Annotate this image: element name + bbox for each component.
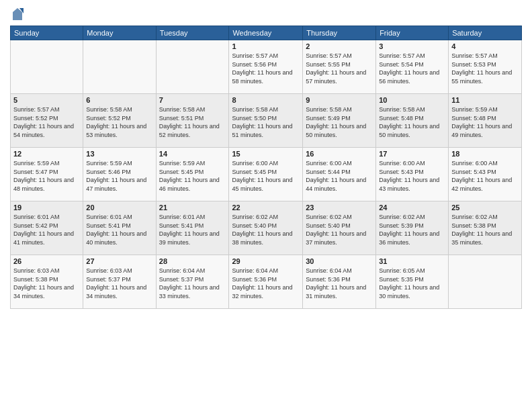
calendar-header-row: SundayMondayTuesdayWednesdayThursdayFrid…	[11, 26, 522, 40]
calendar-cell: 7Sunrise: 5:58 AM Sunset: 5:51 PM Daylig…	[156, 94, 229, 148]
day-number: 11	[451, 96, 519, 104]
calendar-cell: 22Sunrise: 6:02 AM Sunset: 5:40 PM Dayli…	[229, 201, 303, 255]
day-number: 18	[451, 150, 519, 158]
day-info: Sunrise: 5:58 AM Sunset: 5:51 PM Dayligh…	[159, 105, 226, 139]
day-number: 21	[159, 203, 226, 212]
weekday-header: Thursday	[303, 26, 376, 40]
day-number: 27	[86, 257, 152, 265]
day-number: 22	[232, 203, 300, 212]
calendar-cell: 21Sunrise: 6:01 AM Sunset: 5:41 PM Dayli…	[156, 201, 229, 255]
day-info: Sunrise: 5:58 AM Sunset: 5:48 PM Dayligh…	[379, 105, 445, 139]
day-info: Sunrise: 6:00 AM Sunset: 5:43 PM Dayligh…	[451, 159, 519, 193]
day-number: 16	[306, 150, 373, 158]
day-info: Sunrise: 5:57 AM Sunset: 5:52 PM Dayligh…	[13, 105, 80, 139]
calendar-cell	[11, 40, 83, 94]
day-info: Sunrise: 5:59 AM Sunset: 5:45 PM Dayligh…	[159, 159, 226, 193]
day-number: 8	[232, 96, 300, 104]
weekday-header: Friday	[376, 26, 449, 40]
day-number: 15	[232, 150, 300, 158]
day-number: 1	[232, 42, 300, 50]
day-info: Sunrise: 6:02 AM Sunset: 5:38 PM Dayligh…	[451, 213, 519, 246]
calendar-cell	[83, 40, 156, 94]
day-info: Sunrise: 6:02 AM Sunset: 5:40 PM Dayligh…	[232, 213, 300, 246]
calendar-cell: 27Sunrise: 6:03 AM Sunset: 5:37 PM Dayli…	[83, 255, 156, 309]
day-info: Sunrise: 6:01 AM Sunset: 5:42 PM Dayligh…	[13, 213, 80, 246]
day-number: 31	[379, 257, 445, 265]
calendar-cell: 12Sunrise: 5:59 AM Sunset: 5:47 PM Dayli…	[11, 148, 83, 201]
weekday-header: Wednesday	[229, 26, 303, 40]
calendar-cell: 4Sunrise: 5:57 AM Sunset: 5:53 PM Daylig…	[449, 40, 522, 94]
day-info: Sunrise: 6:00 AM Sunset: 5:43 PM Dayligh…	[379, 159, 445, 193]
day-info: Sunrise: 5:57 AM Sunset: 5:54 PM Dayligh…	[379, 52, 445, 85]
calendar-cell: 13Sunrise: 5:59 AM Sunset: 5:46 PM Dayli…	[83, 148, 156, 201]
calendar-cell: 10Sunrise: 5:58 AM Sunset: 5:48 PM Dayli…	[376, 94, 449, 148]
weekday-header: Tuesday	[156, 26, 229, 40]
day-info: Sunrise: 5:58 AM Sunset: 5:50 PM Dayligh…	[232, 105, 300, 139]
day-number: 5	[13, 96, 80, 104]
day-number: 30	[306, 257, 373, 265]
day-number: 4	[451, 42, 519, 50]
day-number: 13	[86, 150, 152, 158]
calendar-week-row: 26Sunrise: 6:03 AM Sunset: 5:38 PM Dayli…	[11, 255, 522, 309]
day-number: 19	[13, 203, 80, 212]
calendar-cell: 2Sunrise: 5:57 AM Sunset: 5:55 PM Daylig…	[303, 40, 376, 94]
weekday-header: Saturday	[449, 26, 522, 40]
calendar-cell: 14Sunrise: 5:59 AM Sunset: 5:45 PM Dayli…	[156, 148, 229, 201]
weekday-header: Sunday	[11, 26, 83, 40]
day-number: 28	[159, 257, 226, 265]
calendar-week-row: 12Sunrise: 5:59 AM Sunset: 5:47 PM Dayli…	[11, 148, 522, 201]
calendar-cell: 6Sunrise: 5:58 AM Sunset: 5:52 PM Daylig…	[83, 94, 156, 148]
calendar-cell: 26Sunrise: 6:03 AM Sunset: 5:38 PM Dayli…	[11, 255, 83, 309]
calendar-cell: 20Sunrise: 6:01 AM Sunset: 5:41 PM Dayli…	[83, 201, 156, 255]
day-info: Sunrise: 6:00 AM Sunset: 5:44 PM Dayligh…	[306, 159, 373, 193]
day-info: Sunrise: 6:04 AM Sunset: 5:36 PM Dayligh…	[232, 267, 300, 300]
calendar-cell: 25Sunrise: 6:02 AM Sunset: 5:38 PM Dayli…	[449, 201, 522, 255]
logo	[10, 7, 24, 21]
day-info: Sunrise: 5:57 AM Sunset: 5:56 PM Dayligh…	[232, 52, 300, 85]
day-number: 3	[379, 42, 445, 50]
calendar-cell: 28Sunrise: 6:04 AM Sunset: 5:37 PM Dayli…	[156, 255, 229, 309]
logo-icon	[11, 7, 24, 21]
day-info: Sunrise: 6:05 AM Sunset: 5:35 PM Dayligh…	[379, 267, 445, 300]
calendar-cell: 1Sunrise: 5:57 AM Sunset: 5:56 PM Daylig…	[229, 40, 303, 94]
calendar-cell: 11Sunrise: 5:59 AM Sunset: 5:48 PM Dayli…	[449, 94, 522, 148]
day-number: 14	[159, 150, 226, 158]
calendar-table: SundayMondayTuesdayWednesdayThursdayFrid…	[10, 26, 522, 309]
day-info: Sunrise: 6:00 AM Sunset: 5:45 PM Dayligh…	[232, 159, 300, 193]
day-number: 17	[379, 150, 445, 158]
day-info: Sunrise: 5:57 AM Sunset: 5:53 PM Dayligh…	[451, 52, 519, 85]
header	[10, 7, 522, 21]
day-info: Sunrise: 5:59 AM Sunset: 5:47 PM Dayligh…	[13, 159, 80, 193]
calendar-week-row: 19Sunrise: 6:01 AM Sunset: 5:42 PM Dayli…	[11, 201, 522, 255]
calendar-page: SundayMondayTuesdayWednesdayThursdayFrid…	[0, 0, 532, 411]
day-number: 26	[13, 257, 80, 265]
day-number: 23	[306, 203, 373, 212]
day-info: Sunrise: 6:03 AM Sunset: 5:38 PM Dayligh…	[13, 267, 80, 300]
day-info: Sunrise: 6:01 AM Sunset: 5:41 PM Dayligh…	[86, 213, 152, 246]
day-info: Sunrise: 6:04 AM Sunset: 5:37 PM Dayligh…	[159, 267, 226, 300]
day-info: Sunrise: 5:58 AM Sunset: 5:49 PM Dayligh…	[306, 105, 373, 139]
calendar-cell: 9Sunrise: 5:58 AM Sunset: 5:49 PM Daylig…	[303, 94, 376, 148]
calendar-cell	[156, 40, 229, 94]
calendar-cell: 30Sunrise: 6:04 AM Sunset: 5:36 PM Dayli…	[303, 255, 376, 309]
calendar-cell: 19Sunrise: 6:01 AM Sunset: 5:42 PM Dayli…	[11, 201, 83, 255]
day-number: 7	[159, 96, 226, 104]
calendar-week-row: 5Sunrise: 5:57 AM Sunset: 5:52 PM Daylig…	[11, 94, 522, 148]
day-info: Sunrise: 6:02 AM Sunset: 5:40 PM Dayligh…	[306, 213, 373, 246]
day-info: Sunrise: 5:57 AM Sunset: 5:55 PM Dayligh…	[306, 52, 373, 85]
calendar-cell	[449, 255, 522, 309]
calendar-cell: 15Sunrise: 6:00 AM Sunset: 5:45 PM Dayli…	[229, 148, 303, 201]
calendar-cell: 3Sunrise: 5:57 AM Sunset: 5:54 PM Daylig…	[376, 40, 449, 94]
calendar-cell: 5Sunrise: 5:57 AM Sunset: 5:52 PM Daylig…	[11, 94, 83, 148]
calendar-cell: 23Sunrise: 6:02 AM Sunset: 5:40 PM Dayli…	[303, 201, 376, 255]
day-number: 24	[379, 203, 445, 212]
day-info: Sunrise: 6:02 AM Sunset: 5:39 PM Dayligh…	[379, 213, 445, 246]
day-number: 6	[86, 96, 152, 104]
day-info: Sunrise: 5:59 AM Sunset: 5:48 PM Dayligh…	[451, 105, 519, 139]
day-info: Sunrise: 6:03 AM Sunset: 5:37 PM Dayligh…	[86, 267, 152, 300]
day-info: Sunrise: 5:59 AM Sunset: 5:46 PM Dayligh…	[86, 159, 152, 193]
calendar-cell: 16Sunrise: 6:00 AM Sunset: 5:44 PM Dayli…	[303, 148, 376, 201]
day-info: Sunrise: 6:01 AM Sunset: 5:41 PM Dayligh…	[159, 213, 226, 246]
day-number: 2	[306, 42, 373, 50]
calendar-week-row: 1Sunrise: 5:57 AM Sunset: 5:56 PM Daylig…	[11, 40, 522, 94]
